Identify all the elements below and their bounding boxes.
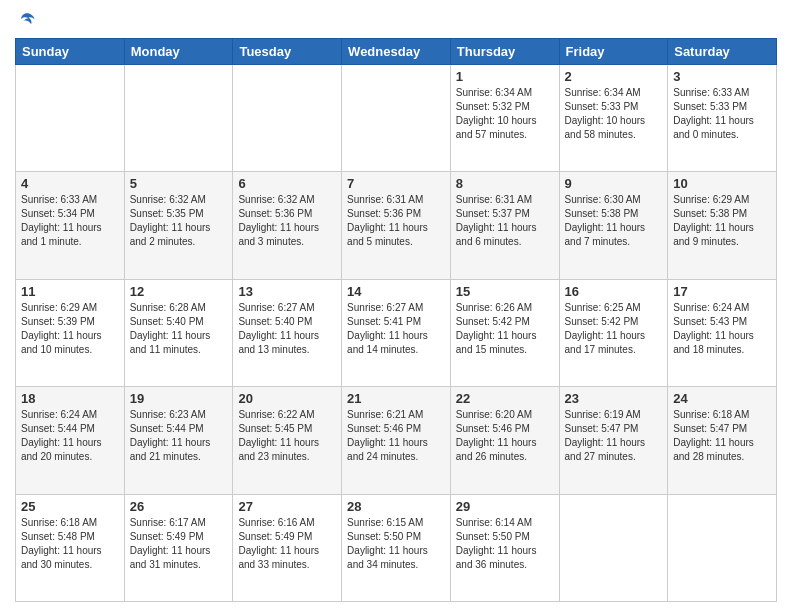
calendar-cell: 7Sunrise: 6:31 AM Sunset: 5:36 PM Daylig… [342, 172, 451, 279]
day-number: 6 [238, 176, 336, 191]
day-info: Sunrise: 6:26 AM Sunset: 5:42 PM Dayligh… [456, 301, 554, 357]
day-info: Sunrise: 6:24 AM Sunset: 5:44 PM Dayligh… [21, 408, 119, 464]
day-info: Sunrise: 6:20 AM Sunset: 5:46 PM Dayligh… [456, 408, 554, 464]
day-number: 13 [238, 284, 336, 299]
calendar-cell [124, 65, 233, 172]
day-info: Sunrise: 6:19 AM Sunset: 5:47 PM Dayligh… [565, 408, 663, 464]
day-number: 22 [456, 391, 554, 406]
calendar-cell: 1Sunrise: 6:34 AM Sunset: 5:32 PM Daylig… [450, 65, 559, 172]
day-info: Sunrise: 6:34 AM Sunset: 5:33 PM Dayligh… [565, 86, 663, 142]
calendar-header-wednesday: Wednesday [342, 39, 451, 65]
calendar-cell: 9Sunrise: 6:30 AM Sunset: 5:38 PM Daylig… [559, 172, 668, 279]
day-info: Sunrise: 6:29 AM Sunset: 5:39 PM Dayligh… [21, 301, 119, 357]
day-number: 16 [565, 284, 663, 299]
day-info: Sunrise: 6:25 AM Sunset: 5:42 PM Dayligh… [565, 301, 663, 357]
calendar-cell: 13Sunrise: 6:27 AM Sunset: 5:40 PM Dayli… [233, 279, 342, 386]
calendar-cell [342, 65, 451, 172]
day-number: 20 [238, 391, 336, 406]
calendar-cell: 25Sunrise: 6:18 AM Sunset: 5:48 PM Dayli… [16, 494, 125, 601]
day-number: 7 [347, 176, 445, 191]
day-number: 27 [238, 499, 336, 514]
day-number: 3 [673, 69, 771, 84]
calendar-week-row: 11Sunrise: 6:29 AM Sunset: 5:39 PM Dayli… [16, 279, 777, 386]
day-number: 1 [456, 69, 554, 84]
day-info: Sunrise: 6:28 AM Sunset: 5:40 PM Dayligh… [130, 301, 228, 357]
day-info: Sunrise: 6:27 AM Sunset: 5:40 PM Dayligh… [238, 301, 336, 357]
calendar-cell: 19Sunrise: 6:23 AM Sunset: 5:44 PM Dayli… [124, 387, 233, 494]
day-info: Sunrise: 6:31 AM Sunset: 5:36 PM Dayligh… [347, 193, 445, 249]
day-info: Sunrise: 6:24 AM Sunset: 5:43 PM Dayligh… [673, 301, 771, 357]
day-info: Sunrise: 6:17 AM Sunset: 5:49 PM Dayligh… [130, 516, 228, 572]
calendar-cell: 17Sunrise: 6:24 AM Sunset: 5:43 PM Dayli… [668, 279, 777, 386]
day-number: 4 [21, 176, 119, 191]
calendar-header-monday: Monday [124, 39, 233, 65]
page: SundayMondayTuesdayWednesdayThursdayFrid… [0, 0, 792, 612]
day-info: Sunrise: 6:29 AM Sunset: 5:38 PM Dayligh… [673, 193, 771, 249]
calendar-table: SundayMondayTuesdayWednesdayThursdayFrid… [15, 38, 777, 602]
day-info: Sunrise: 6:22 AM Sunset: 5:45 PM Dayligh… [238, 408, 336, 464]
day-info: Sunrise: 6:27 AM Sunset: 5:41 PM Dayligh… [347, 301, 445, 357]
calendar-header-tuesday: Tuesday [233, 39, 342, 65]
calendar-cell: 10Sunrise: 6:29 AM Sunset: 5:38 PM Dayli… [668, 172, 777, 279]
calendar-header-friday: Friday [559, 39, 668, 65]
calendar-cell: 24Sunrise: 6:18 AM Sunset: 5:47 PM Dayli… [668, 387, 777, 494]
day-info: Sunrise: 6:33 AM Sunset: 5:33 PM Dayligh… [673, 86, 771, 142]
calendar-cell [668, 494, 777, 601]
calendar-cell: 20Sunrise: 6:22 AM Sunset: 5:45 PM Dayli… [233, 387, 342, 494]
day-info: Sunrise: 6:31 AM Sunset: 5:37 PM Dayligh… [456, 193, 554, 249]
logo [15, 10, 39, 30]
calendar-cell: 2Sunrise: 6:34 AM Sunset: 5:33 PM Daylig… [559, 65, 668, 172]
calendar-header-thursday: Thursday [450, 39, 559, 65]
calendar-cell [559, 494, 668, 601]
calendar-week-row: 18Sunrise: 6:24 AM Sunset: 5:44 PM Dayli… [16, 387, 777, 494]
day-number: 12 [130, 284, 228, 299]
day-number: 25 [21, 499, 119, 514]
calendar-week-row: 25Sunrise: 6:18 AM Sunset: 5:48 PM Dayli… [16, 494, 777, 601]
day-info: Sunrise: 6:30 AM Sunset: 5:38 PM Dayligh… [565, 193, 663, 249]
calendar-cell: 15Sunrise: 6:26 AM Sunset: 5:42 PM Dayli… [450, 279, 559, 386]
day-number: 29 [456, 499, 554, 514]
calendar-week-row: 1Sunrise: 6:34 AM Sunset: 5:32 PM Daylig… [16, 65, 777, 172]
day-number: 10 [673, 176, 771, 191]
day-number: 21 [347, 391, 445, 406]
header [15, 10, 777, 30]
calendar-header-saturday: Saturday [668, 39, 777, 65]
day-number: 19 [130, 391, 228, 406]
day-number: 11 [21, 284, 119, 299]
calendar-cell: 16Sunrise: 6:25 AM Sunset: 5:42 PM Dayli… [559, 279, 668, 386]
calendar-cell: 18Sunrise: 6:24 AM Sunset: 5:44 PM Dayli… [16, 387, 125, 494]
calendar-cell: 3Sunrise: 6:33 AM Sunset: 5:33 PM Daylig… [668, 65, 777, 172]
day-info: Sunrise: 6:33 AM Sunset: 5:34 PM Dayligh… [21, 193, 119, 249]
calendar-cell: 28Sunrise: 6:15 AM Sunset: 5:50 PM Dayli… [342, 494, 451, 601]
day-info: Sunrise: 6:18 AM Sunset: 5:48 PM Dayligh… [21, 516, 119, 572]
calendar-cell: 5Sunrise: 6:32 AM Sunset: 5:35 PM Daylig… [124, 172, 233, 279]
day-info: Sunrise: 6:34 AM Sunset: 5:32 PM Dayligh… [456, 86, 554, 142]
calendar-cell: 23Sunrise: 6:19 AM Sunset: 5:47 PM Dayli… [559, 387, 668, 494]
calendar-cell: 4Sunrise: 6:33 AM Sunset: 5:34 PM Daylig… [16, 172, 125, 279]
day-number: 5 [130, 176, 228, 191]
calendar-cell: 22Sunrise: 6:20 AM Sunset: 5:46 PM Dayli… [450, 387, 559, 494]
calendar-cell: 29Sunrise: 6:14 AM Sunset: 5:50 PM Dayli… [450, 494, 559, 601]
day-info: Sunrise: 6:32 AM Sunset: 5:36 PM Dayligh… [238, 193, 336, 249]
day-info: Sunrise: 6:15 AM Sunset: 5:50 PM Dayligh… [347, 516, 445, 572]
calendar-cell: 12Sunrise: 6:28 AM Sunset: 5:40 PM Dayli… [124, 279, 233, 386]
day-info: Sunrise: 6:23 AM Sunset: 5:44 PM Dayligh… [130, 408, 228, 464]
day-number: 15 [456, 284, 554, 299]
calendar-cell: 6Sunrise: 6:32 AM Sunset: 5:36 PM Daylig… [233, 172, 342, 279]
calendar-cell: 11Sunrise: 6:29 AM Sunset: 5:39 PM Dayli… [16, 279, 125, 386]
day-info: Sunrise: 6:18 AM Sunset: 5:47 PM Dayligh… [673, 408, 771, 464]
calendar-cell: 14Sunrise: 6:27 AM Sunset: 5:41 PM Dayli… [342, 279, 451, 386]
day-info: Sunrise: 6:32 AM Sunset: 5:35 PM Dayligh… [130, 193, 228, 249]
calendar-cell: 27Sunrise: 6:16 AM Sunset: 5:49 PM Dayli… [233, 494, 342, 601]
day-number: 23 [565, 391, 663, 406]
day-info: Sunrise: 6:16 AM Sunset: 5:49 PM Dayligh… [238, 516, 336, 572]
day-number: 28 [347, 499, 445, 514]
calendar-week-row: 4Sunrise: 6:33 AM Sunset: 5:34 PM Daylig… [16, 172, 777, 279]
calendar-cell: 8Sunrise: 6:31 AM Sunset: 5:37 PM Daylig… [450, 172, 559, 279]
day-info: Sunrise: 6:14 AM Sunset: 5:50 PM Dayligh… [456, 516, 554, 572]
calendar-cell [233, 65, 342, 172]
day-info: Sunrise: 6:21 AM Sunset: 5:46 PM Dayligh… [347, 408, 445, 464]
calendar-cell [16, 65, 125, 172]
day-number: 17 [673, 284, 771, 299]
calendar-cell: 21Sunrise: 6:21 AM Sunset: 5:46 PM Dayli… [342, 387, 451, 494]
